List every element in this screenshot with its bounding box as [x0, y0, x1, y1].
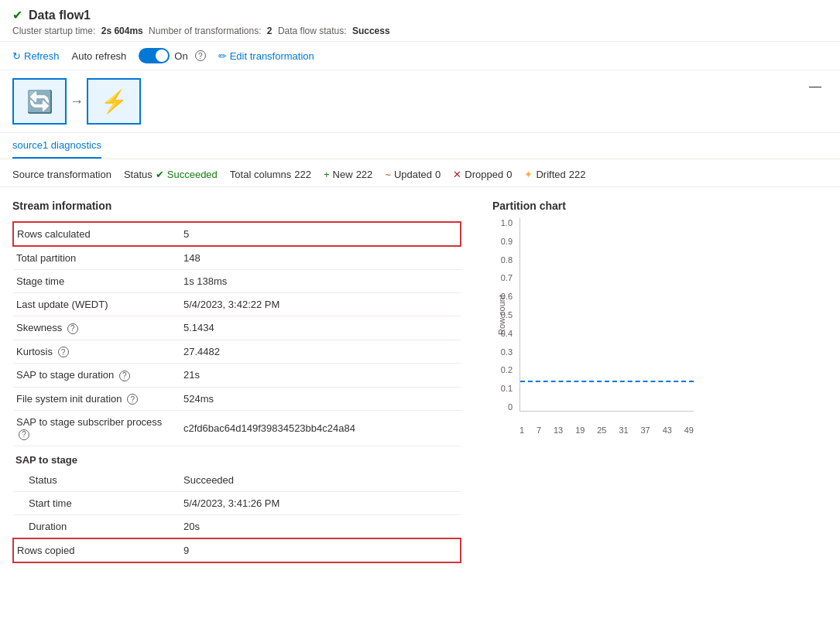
y-label-07: 0.7 — [501, 273, 513, 282]
cluster-value: 2s 604ms — [101, 26, 143, 36]
x-label-19: 19 — [575, 425, 585, 435]
source-node[interactable]: 🔄 — [12, 78, 67, 125]
edit-transformation-button[interactable]: ✏ Edit transformation — [218, 50, 314, 62]
refresh-button[interactable]: ↻ Refresh — [12, 50, 60, 62]
kurtosis-help-icon[interactable]: ? — [58, 347, 69, 357]
dropped-item: ✕ Dropped 0 — [453, 169, 512, 180]
meta-row: Cluster startup time: 2s 604ms Number of… — [12, 26, 828, 36]
sap-table: Status Succeeded Start time 5/4/2023, 3:… — [12, 469, 461, 563]
chart-plot-area: Row count — [519, 218, 694, 412]
total-columns-item: Total columns 222 — [230, 169, 311, 180]
auto-refresh-label: Auto refresh — [72, 50, 127, 62]
source-node-icon: 🔄 — [26, 89, 53, 114]
y-label-02: 0.2 — [501, 365, 513, 374]
skewness-label: Skewness ? — [13, 316, 168, 340]
last-update-row: Last update (WEDT) 5/4/2023, 3:42:22 PM — [13, 293, 461, 316]
sap-duration-label: Duration — [13, 514, 168, 538]
fs-help-icon[interactable]: ? — [127, 394, 138, 405]
sap-stage-duration-value: 21s — [168, 364, 461, 388]
rows-calculated-row: Rows calculated 5 — [13, 222, 461, 246]
success-icon: ✔ — [12, 8, 22, 22]
content-area: Stream information Rows calculated 5 Tot… — [0, 187, 840, 576]
stage-time-value: 1s 138ms — [168, 270, 461, 293]
x-label-43: 43 — [663, 425, 672, 435]
total-partition-label: Total partition — [13, 246, 168, 270]
refresh-icon: ↻ — [12, 50, 21, 62]
tab-section: source1 diagnostics — [0, 133, 840, 159]
toggle-track[interactable] — [139, 48, 170, 63]
cluster-label: Cluster startup time: — [12, 26, 95, 36]
fs-init-label: File system init duration ? — [13, 387, 168, 411]
plus-icon: + — [324, 169, 330, 180]
status-label: Data flow status: — [278, 26, 347, 36]
kurtosis-value: 27.4482 — [168, 340, 461, 364]
drifted-item: ✦ Drifted 222 — [524, 169, 585, 180]
stream-section: Stream information Rows calculated 5 Tot… — [12, 200, 461, 563]
subscriber-help-icon[interactable]: ? — [19, 429, 29, 440]
last-update-label: Last update (WEDT) — [13, 293, 168, 316]
chart-x-axis: 1 7 13 19 25 31 37 43 49 — [519, 425, 694, 435]
stream-info-table: Rows calculated 5 Total partition 148 St… — [12, 221, 461, 446]
sap-duration-help-icon[interactable]: ? — [119, 371, 130, 381]
dashed-line — [520, 381, 694, 382]
toggle-knob — [156, 50, 168, 62]
status-item: Status ✔ Succeeded — [124, 169, 218, 180]
x-label-25: 25 — [597, 425, 606, 435]
pencil-icon: ✏ — [218, 50, 227, 62]
x-label-7: 7 — [537, 425, 541, 435]
y-label-01: 0.1 — [501, 384, 513, 393]
minimize-button[interactable]: — — [803, 78, 828, 95]
sap-duration-value: 20s — [168, 514, 461, 538]
status-succeeded: Succeeded — [167, 169, 218, 180]
transformations-label: Number of transformations: — [149, 26, 261, 36]
toolbar: ↻ Refresh Auto refresh On ? ✏ Edit trans… — [0, 42, 840, 70]
chart-container: 1.0 0.9 0.8 0.7 0.6 0.5 0.4 0.3 0.2 0.1 … — [492, 218, 694, 435]
x-icon: ✕ — [453, 169, 461, 180]
status-bar: Source transformation Status ✔ Succeeded… — [0, 159, 840, 187]
source-transformation-label: Source transformation — [12, 169, 111, 180]
updated-item: ~ Updated 0 — [385, 169, 441, 180]
stage-time-label: Stage time — [13, 270, 168, 293]
chart-section: Partition chart 1.0 0.9 0.8 0.7 0.6 0.5 … — [492, 200, 828, 563]
kurtosis-label: Kurtosis ? — [13, 340, 168, 364]
kurtosis-row: Kurtosis ? 27.4482 — [13, 340, 461, 364]
sap-subscriber-label: SAP to stage subscriber process ? — [13, 411, 168, 446]
title-row: ✔ Data flow1 — [12, 8, 828, 22]
sap-stage-duration-label: SAP to stage duration ? — [13, 364, 168, 388]
rows-copied-row: Rows copied 9 — [13, 538, 461, 562]
toggle-info-icon[interactable]: ? — [195, 50, 206, 61]
arrow-connector: → — [70, 94, 84, 110]
sap-start-row: Start time 5/4/2023, 3:41:26 PM — [13, 491, 461, 514]
tilde-icon: ~ — [385, 169, 391, 180]
y-axis-label: Row count — [497, 295, 506, 335]
sap-stage-duration-row: SAP to stage duration ? 21s — [13, 364, 461, 388]
y-label-03: 0.3 — [501, 347, 513, 357]
page-title: Data flow1 — [29, 9, 91, 22]
x-label-49: 49 — [684, 425, 694, 435]
sap-start-value: 5/4/2023, 3:41:26 PM — [168, 491, 461, 514]
rows-calculated-value: 5 — [168, 222, 461, 246]
diagram-area: 🔄 → ⚡ — — [0, 70, 840, 133]
stage-time-row: Stage time 1s 138ms — [13, 270, 461, 293]
y-label-09: 0.9 — [501, 237, 513, 246]
rows-calculated-label: Rows calculated — [13, 222, 168, 246]
stream-info-title: Stream information — [12, 200, 461, 212]
x-label-13: 13 — [554, 425, 563, 435]
skewness-value: 5.1434 — [168, 316, 461, 340]
chart-title: Partition chart — [492, 200, 828, 212]
skewness-row: Skewness ? 5.1434 — [13, 316, 461, 340]
target-node-icon: ⚡ — [101, 89, 128, 114]
tab-source-diagnostics[interactable]: source1 diagnostics — [12, 133, 101, 159]
fs-init-row: File system init duration ? 524ms — [13, 387, 461, 411]
sap-status-label: Status — [13, 469, 168, 492]
transformations-value: 2 — [267, 26, 273, 36]
auto-refresh-toggle[interactable]: On ? — [139, 48, 205, 63]
sap-section-label: SAP to stage — [12, 446, 461, 469]
rows-copied-value: 9 — [168, 538, 461, 562]
y-label-00: 0 — [508, 402, 513, 412]
target-node[interactable]: ⚡ — [87, 78, 141, 125]
top-bar: ✔ Data flow1 Cluster startup time: 2s 60… — [0, 0, 840, 42]
skewness-help-icon[interactable]: ? — [67, 323, 78, 334]
new-item: + New 222 — [324, 169, 372, 180]
fs-init-value: 524ms — [168, 387, 461, 411]
